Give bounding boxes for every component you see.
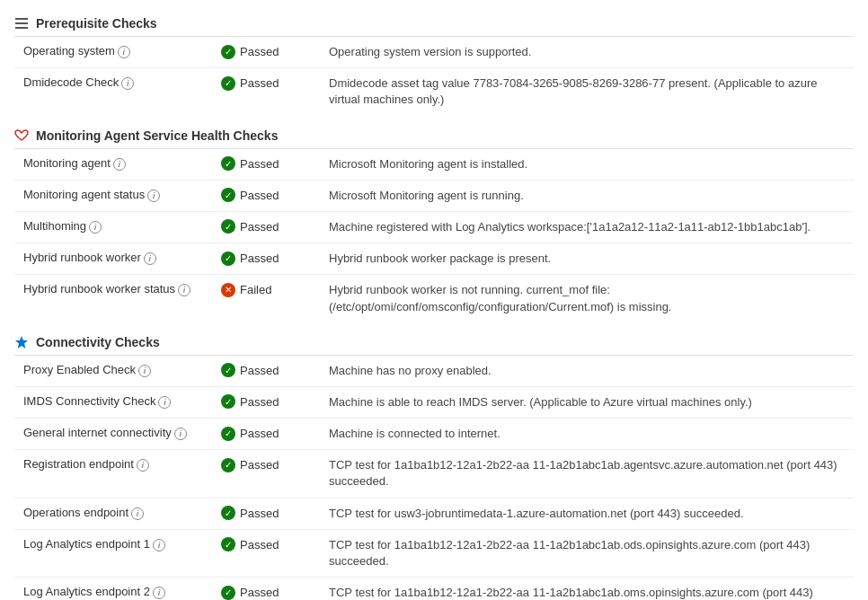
passed-icon: ✓ bbox=[221, 506, 235, 520]
description-cell: Hybrid runbook worker is not running. cu… bbox=[320, 275, 854, 322]
table-row: Hybrid runbook worker statusi✕FailedHybr… bbox=[14, 275, 854, 322]
description-cell: Microsoft Monitoring agent is installed. bbox=[320, 149, 854, 181]
description-cell: TCP test for 1a1ba1b12-12a1-2b22-aa 11-1… bbox=[320, 578, 854, 600]
list-icon bbox=[14, 16, 29, 31]
table-row: Multihomingi✓PassedMachine registered wi… bbox=[14, 211, 854, 243]
passed-icon: ✓ bbox=[221, 156, 235, 171]
check-label: Monitoring agent bbox=[23, 156, 111, 170]
passed-icon: ✓ bbox=[221, 45, 235, 59]
info-icon[interactable]: i bbox=[131, 507, 144, 520]
table-connectivity: Proxy Enabled Checki✓PassedMachine has n… bbox=[14, 356, 854, 600]
description-cell: Hybrid runbook worker package is present… bbox=[320, 243, 854, 275]
table-row: Monitoring agent statusi✓PassedMicrosoft… bbox=[14, 180, 854, 211]
passed-icon: ✓ bbox=[221, 251, 235, 266]
status-badge: ✓Passed bbox=[221, 219, 279, 234]
check-label: Dmidecode Check bbox=[23, 75, 119, 89]
status-cell: ✓Passed bbox=[212, 243, 320, 275]
status-cell: ✓Passed bbox=[212, 180, 320, 211]
status-text: Passed bbox=[240, 157, 279, 171]
info-icon[interactable]: i bbox=[118, 46, 130, 58]
status-cell: ✓Passed bbox=[212, 68, 320, 116]
passed-icon: ✓ bbox=[221, 586, 235, 600]
table-row: Operating systemi✓PassedOperating system… bbox=[14, 37, 854, 68]
description-cell: TCP test for 1a1ba1b12-12a1-2b22-aa 11-1… bbox=[320, 529, 854, 577]
status-cell: ✕Failed bbox=[212, 275, 320, 322]
table-row: Hybrid runbook workeri✓PassedHybrid runb… bbox=[14, 243, 854, 275]
description-cell: TCP test for usw3-jobruntimedata-1.azure… bbox=[320, 498, 854, 529]
description-cell: Machine has no proxy enabled. bbox=[320, 356, 854, 387]
passed-icon: ✓ bbox=[221, 537, 235, 551]
status-badge: ✓Passed bbox=[221, 394, 279, 409]
status-text: Passed bbox=[240, 364, 279, 377]
svg-rect-2 bbox=[15, 27, 28, 29]
table-prerequisite: Operating systemi✓PassedOperating system… bbox=[14, 37, 854, 116]
status-badge: ✓Passed bbox=[221, 363, 279, 377]
status-text: Passed bbox=[240, 586, 279, 599]
info-icon[interactable]: i bbox=[147, 190, 160, 202]
table-row: Dmidecode Checki✓PassedDmidecode asset t… bbox=[14, 68, 854, 116]
status-badge: ✓Passed bbox=[221, 45, 279, 59]
info-icon[interactable]: i bbox=[138, 365, 151, 377]
table-row: IMDS Connectivity Checki✓PassedMachine i… bbox=[14, 386, 854, 418]
check-name-cell: IMDS Connectivity Checki bbox=[14, 386, 212, 418]
table-row: Log Analytics endpoint 2i✓PassedTCP test… bbox=[14, 578, 854, 600]
section-title-connectivity: Connectivity Checks bbox=[36, 335, 160, 349]
table-row: Registration endpointi✓PassedTCP test fo… bbox=[14, 450, 854, 498]
check-label: Registration endpoint bbox=[23, 457, 134, 471]
info-icon[interactable]: i bbox=[144, 252, 156, 265]
status-badge: ✓Passed bbox=[221, 537, 279, 551]
info-icon[interactable]: i bbox=[121, 77, 134, 90]
passed-icon: ✓ bbox=[221, 458, 235, 472]
passed-icon: ✓ bbox=[221, 394, 235, 409]
status-text: Passed bbox=[240, 189, 279, 202]
info-icon[interactable]: i bbox=[158, 396, 171, 409]
status-cell: ✓Passed bbox=[212, 450, 320, 498]
status-text: Passed bbox=[240, 507, 279, 520]
check-name-cell: Multihomingi bbox=[14, 211, 212, 243]
section-title-prerequisite: Prerequisite Checks bbox=[36, 16, 157, 31]
description-cell: Microsoft Monitoring agent is running. bbox=[320, 180, 854, 211]
status-text: Passed bbox=[240, 251, 279, 265]
status-cell: ✓Passed bbox=[212, 529, 320, 577]
heart-icon bbox=[14, 128, 29, 143]
section-header-connectivity: Connectivity Checks bbox=[14, 326, 854, 356]
check-name-cell: Hybrid runbook workeri bbox=[14, 243, 212, 275]
passed-icon: ✓ bbox=[221, 76, 235, 91]
passed-icon: ✓ bbox=[221, 363, 235, 377]
check-label: Log Analytics endpoint 1 bbox=[23, 537, 150, 551]
status-text: Passed bbox=[240, 427, 279, 440]
status-cell: ✓Passed bbox=[212, 37, 320, 68]
table-row: Operations endpointi✓PassedTCP test for … bbox=[14, 498, 854, 529]
status-badge: ✓Passed bbox=[221, 427, 279, 441]
status-cell: ✓Passed bbox=[212, 386, 320, 418]
info-icon[interactable]: i bbox=[137, 459, 149, 472]
info-icon[interactable]: i bbox=[153, 587, 165, 599]
status-text: Passed bbox=[240, 538, 279, 551]
svg-rect-0 bbox=[15, 18, 28, 20]
status-badge: ✕Failed bbox=[221, 283, 271, 297]
check-label: Multihoming bbox=[23, 219, 86, 233]
table-row: Monitoring agenti✓PassedMicrosoft Monito… bbox=[14, 149, 854, 181]
main-container: Prerequisite ChecksOperating systemi✓Pas… bbox=[0, 0, 868, 600]
section-header-prerequisite: Prerequisite Checks bbox=[14, 7, 854, 37]
description-cell: TCP test for 1a1ba1b12-12a1-2b22-aa 11-1… bbox=[320, 450, 854, 498]
status-cell: ✓Passed bbox=[212, 149, 320, 181]
description-cell: Dmidecode asset tag value 7783-7084-3265… bbox=[320, 68, 854, 116]
status-cell: ✓Passed bbox=[212, 419, 320, 450]
info-icon[interactable]: i bbox=[153, 539, 165, 551]
info-icon[interactable]: i bbox=[89, 221, 102, 234]
check-name-cell: Operating systemi bbox=[14, 37, 212, 68]
check-name-cell: Monitoring agent statusi bbox=[14, 180, 212, 211]
sections-wrapper: Prerequisite ChecksOperating systemi✓Pas… bbox=[14, 7, 854, 600]
status-text: Passed bbox=[240, 220, 279, 234]
description-cell: Machine registered with Log Analytics wo… bbox=[320, 211, 854, 243]
description-cell: Machine is connected to internet. bbox=[320, 419, 854, 450]
info-icon[interactable]: i bbox=[178, 284, 190, 296]
status-badge: ✓Passed bbox=[221, 586, 279, 600]
check-label: Operations endpoint bbox=[23, 506, 128, 519]
status-badge: ✓Passed bbox=[221, 76, 279, 91]
check-label: Proxy Enabled Check bbox=[23, 363, 136, 376]
info-icon[interactable]: i bbox=[174, 428, 187, 440]
check-name-cell: Proxy Enabled Checki bbox=[14, 356, 212, 387]
info-icon[interactable]: i bbox=[113, 158, 126, 171]
